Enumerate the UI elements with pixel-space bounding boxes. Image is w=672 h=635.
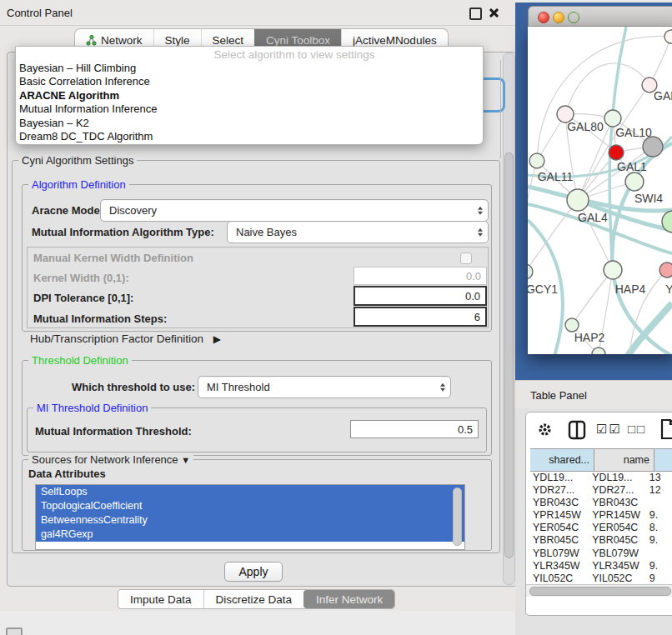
tab-impute-data[interactable]: Impute Data [118,590,203,608]
network-node-gal1[interactable] [609,145,624,160]
network-node[interactable] [643,137,663,157]
sources-legend[interactable]: Sources for Network Inference ▼ [28,453,193,466]
kernel-width-label: Kernel Width (0,1): [33,272,129,284]
network-node-hap2[interactable] [565,318,579,332]
algorithm-option[interactable]: Mutual Information Inference [16,102,483,116]
attribute-items: SelfLoopsTopologicalCoefficientBetweenne… [36,485,464,542]
network-node-gal10[interactable] [604,110,621,127]
aracne-mode-value: Discovery [109,204,157,217]
attribute-item[interactable]: BetweennessCentrality [36,513,464,528]
table-cell: YIL052C [589,572,645,584]
table-row[interactable]: YDR27...YDR27...12 [530,484,672,497]
table-row[interactable]: YBL079WYBL079W [530,548,672,560]
mi-steps-value: 6 [474,311,480,323]
network-node-gcy1[interactable] [528,264,533,279]
mi-algorithm-type-select[interactable]: Naive Bayes [227,221,489,243]
node-label: GAL11 [538,170,574,183]
tab-infer-network[interactable]: Infer Network [303,590,394,608]
network-canvas[interactable]: GALGAL80GAL10GAL1GAL11SWI4GAL4GCY1HAP4YH… [528,27,672,354]
network-node[interactable] [664,30,672,43]
unchecked-boxes-icon[interactable]: □□ [628,422,646,436]
stepper-arrows-icon [478,206,483,215]
table-cell: 9. [645,509,672,522]
table-row[interactable]: YER054CYER054C8. [530,522,672,534]
docked-panel-stub[interactable] [6,628,23,635]
table-toolbar: ☑☑ □□ [526,412,672,448]
apply-button[interactable]: Apply [224,562,283,582]
table-row[interactable]: YLR345WYLR345W9. [530,560,672,572]
split-columns-icon[interactable] [568,420,586,440]
algorithm-option[interactable]: ARACNE Algorithm [16,89,483,102]
network-node-hap4[interactable] [604,261,622,279]
table-row[interactable]: YIL052CYIL052C9 [530,572,672,584]
attribute-item[interactable]: SelfLoops [36,485,464,499]
cyni-settings-legend: Cyni Algorithm Settings [18,154,137,167]
which-threshold-select[interactable]: MI Threshold [198,376,451,398]
aracne-mode-select[interactable]: Discovery [100,199,489,222]
kernel-width-value: 0.0 [466,270,481,282]
table-cell: YBR043C [589,497,645,509]
manual-kernel-label: Manual Kernel Width Definition [33,252,193,264]
column-header[interactable]: shared... [530,448,594,472]
settings-scrollbar-thumb[interactable] [504,152,514,558]
algorithm-popup-list: Bayesian – Hill ClimbingBasic Correlatio… [16,62,483,143]
table-row[interactable]: YBR045CYBR045C9. [530,534,672,547]
table-row[interactable]: YBR043CYBR043C [530,497,672,509]
minimize-traffic-light[interactable] [553,12,564,23]
table-cell: 12 [645,484,672,497]
tab-infer-network-label: Infer Network [316,593,383,606]
column-header[interactable]: name [594,448,654,472]
attribute-item[interactable]: gal4RGexp [36,528,464,542]
expand-right-triangle-icon: ▶ [213,333,221,345]
dpi-tolerance-value: 0.0 [465,290,480,302]
algorithm-definition-legend: Algorithm Definition [28,178,129,191]
which-threshold-value: MI Threshold [207,381,270,393]
checked-boxes-icon[interactable]: ☑☑ [596,422,622,437]
apply-button-label: Apply [238,565,268,578]
zoom-traffic-light[interactable] [568,12,579,23]
close-traffic-light[interactable] [538,12,549,23]
node-label: HAP2 [574,331,605,344]
mi-threshold-field[interactable]: 0.5 [350,420,479,438]
algorithm-option[interactable]: Bayesian – K2 [16,117,483,130]
table-header-row: shared...nameA [530,448,672,472]
tab-discretize-data[interactable]: Discretize Data [203,590,304,608]
network-node-gal4[interactable] [567,189,589,211]
function-builder-icon[interactable] [659,418,672,440]
column-header[interactable]: A [654,448,672,472]
dpi-tolerance-field[interactable]: 0.0 [354,286,487,306]
algorithm-option[interactable]: Dream8 DC_TDC Algorithm [16,130,483,143]
tab-jactivemnodules-label: jActiveMNodules [353,34,437,47]
manual-kernel-checkbox[interactable] [460,252,472,264]
algorithm-option[interactable]: Bayesian – Hill Climbing [16,62,483,75]
table-panel-title: Table Panel [530,389,587,402]
table-cell: 9 [645,572,672,584]
algorithm-option[interactable]: Basic Correlation Inference [16,75,483,88]
mi-steps-label: Mutual Information Steps: [33,312,167,325]
attributes-scrollbar-thumb[interactable] [453,488,462,546]
stepper-arrows-icon [478,228,483,237]
table-scrollbar-thumb[interactable] [529,587,671,596]
network-node-y[interactable] [659,262,672,278]
settings-vertical-scrollbar[interactable] [503,52,515,585]
table-row[interactable]: YPR145WYPR145W9. [530,509,672,522]
node-label: GCY1 [528,282,558,296]
float-window-icon[interactable] [469,8,482,20]
mi-steps-field[interactable]: 6 [354,307,487,327]
gear-icon[interactable] [537,422,553,438]
hub-definition-expander[interactable]: Hub/Transcription Factor Definition ▶ [30,332,221,345]
network-node-gal11[interactable] [529,153,544,168]
kernel-width-field[interactable]: 0.0 [354,267,487,285]
network-node-swi4[interactable] [625,172,644,191]
node-label: Y [665,282,672,296]
table-cell: 9. [645,560,672,572]
network-window-titlebar[interactable] [528,6,672,27]
table-cell: YER054C [530,522,589,534]
network-node[interactable] [592,348,605,354]
table-horizontal-scrollbar[interactable] [526,584,672,597]
mi-threshold-value: 0.5 [458,423,473,436]
close-panel-icon[interactable] [489,8,499,18]
attribute-item[interactable]: TopologicalCoefficient [36,499,464,513]
data-attributes-list[interactable]: SelfLoopsTopologicalCoefficientBetweenne… [35,484,465,550]
table-row[interactable]: YDL19...YDL19...13 [530,472,672,484]
